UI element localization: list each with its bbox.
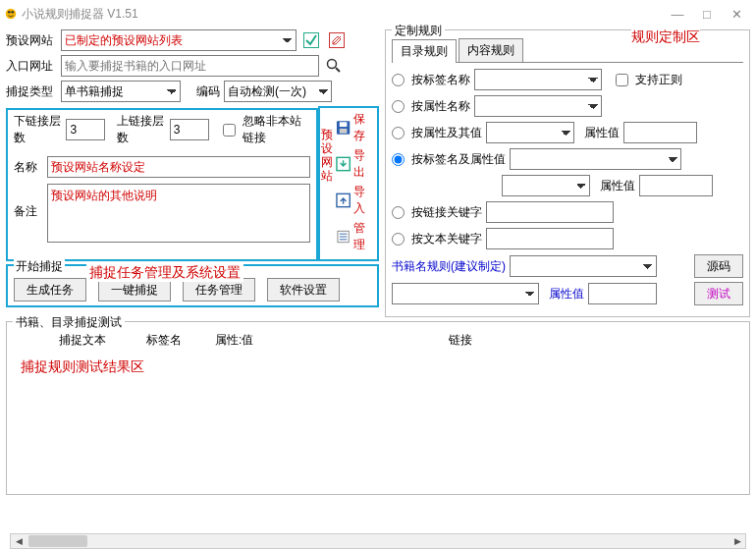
task-annotation: 捕捉任务管理及系统设置 [86,264,243,282]
tab-content[interactable]: 内容规则 [459,38,523,62]
manage-icon [336,229,351,245]
book-name-select[interactable] [510,255,657,277]
result-group-label: 书籍、目录捕捉测试 [13,314,125,331]
radio-tag-attr[interactable] [392,153,405,166]
import-icon [336,192,351,208]
down-layers-label: 下链接层数 [14,113,62,146]
result-group: 书籍、目录捕捉测试 捕捉文本 标签名 属性:值 链接 捕捉规则测试结果区 [6,321,750,495]
titlebar: 小说规则捕捉器 V1.51 — □ ✕ [0,0,756,27]
edit-icon[interactable] [326,29,348,51]
scroll-right-icon[interactable]: ▶ [729,534,745,548]
app-icon [4,7,18,21]
capture-type-label: 捕捉类型 [6,83,57,100]
rules-group-label: 定制规则 [392,23,445,39]
ignore-ext-label: 忽略非本站链接 [243,113,310,146]
tag-attr-select[interactable] [510,148,681,170]
window-title: 小说规则捕捉器 V1.51 [22,6,138,23]
col-link: 链接 [362,332,559,349]
radio-attr-name-label: 按属性名称 [411,98,470,115]
scroll-thumb[interactable] [28,535,87,547]
book-attr-select[interactable] [392,283,539,304]
svg-rect-8 [340,122,348,127]
note-label: 备注 [14,184,43,220]
settings-button[interactable]: 软件设置 [267,278,340,302]
prop-val-label3: 属性值 [549,286,584,302]
prop-val-input2[interactable] [639,175,713,196]
radio-attr-name[interactable] [392,100,405,113]
preset-site-select[interactable]: 已制定的预设网站列表 [61,29,297,51]
radio-text-key-label: 按文本关键字 [411,231,482,247]
prop-val-label2: 属性值 [600,178,635,194]
svg-line-6 [336,68,340,72]
link-key-input[interactable] [486,201,614,223]
radio-link-key-label: 按链接关键字 [411,204,482,221]
note-textarea[interactable]: 预设网站的其他说明 [47,184,310,243]
radio-attr-value[interactable] [392,127,405,139]
radio-tag-name-label: 按标签名称 [411,72,470,88]
text-key-input[interactable] [486,228,614,249]
encoding-select[interactable]: 自动检测(一次) [224,81,332,102]
name-input[interactable] [47,156,310,178]
up-layers-label: 上链接层数 [117,113,165,146]
up-layers-input[interactable] [170,119,209,140]
radio-link-key[interactable] [392,206,405,219]
save-icon [336,120,351,136]
attr-name-select[interactable] [474,95,602,117]
radio-tag-attr-label: 按标签名及属性值 [411,151,506,168]
save-action[interactable]: 保存 [336,111,376,144]
col-tag: 标签名 [146,332,215,349]
regex-label: 支持正则 [635,72,682,88]
capture-type-select[interactable]: 单书籍捕捉 [61,81,181,102]
svg-rect-3 [304,33,319,48]
rules-annotation: 规则定制区 [631,28,700,46]
result-body: 捕捉规则测试结果区 [11,353,745,490]
encoding-label: 编码 [196,83,220,100]
prop-val-input1[interactable] [623,122,697,143]
manage-action[interactable]: 管理 [336,220,376,253]
tag-name-select[interactable] [474,69,602,90]
prop-val-input3[interactable] [588,283,657,304]
entry-url-label: 入口网址 [6,58,57,75]
ignore-ext-checkbox[interactable] [223,124,236,137]
gen-task-button[interactable]: 生成任务 [14,278,86,302]
start-capture-label: 开始捕捉 [14,258,65,275]
rules-group: 定制规则 规则定制区 目录规则 内容规则 按标签名称 支持正则 按属性名称 按属… [385,29,750,317]
radio-attr-value-label: 按属性及其值 [411,125,482,141]
regex-checkbox[interactable] [616,74,628,86]
check-icon[interactable] [300,29,322,51]
tab-catalog[interactable]: 目录规则 [392,39,457,63]
close-button[interactable]: ✕ [729,7,744,22]
export-icon [336,156,351,172]
import-action[interactable]: 导入 [336,184,376,217]
svg-point-0 [6,9,17,20]
preset-sidebar: 预设网站 保存 导出 导入 管理 [318,106,379,261]
preset-site-label: 预设网站 [6,32,57,49]
search-icon[interactable] [323,55,345,77]
preset-sidebar-label: 预设网站 [321,128,333,183]
source-button[interactable]: 源码 [694,254,743,278]
down-layers-input[interactable] [66,119,105,140]
entry-url-input[interactable] [61,55,319,77]
h-scrollbar[interactable]: ◀ ▶ [10,533,746,549]
attr-sel1[interactable] [486,122,574,143]
prop-val-label1: 属性值 [584,125,620,141]
name-label: 名称 [14,159,43,176]
scroll-left-icon[interactable]: ◀ [11,534,27,548]
test-button[interactable]: 测试 [694,282,743,305]
svg-point-5 [328,60,337,69]
minimize-button[interactable]: — [670,7,685,22]
attr-sel2[interactable] [502,175,590,196]
svg-rect-9 [340,129,348,134]
maximize-button[interactable]: □ [699,7,715,22]
svg-point-2 [11,11,14,14]
radio-tag-name[interactable] [392,74,405,86]
book-name-label: 书籍名规则(建议制定) [392,258,506,275]
col-attr: 属性:值 [215,332,362,349]
svg-point-1 [8,11,11,14]
export-action[interactable]: 导出 [336,147,376,181]
result-annotation: 捕捉规则测试结果区 [21,358,144,374]
radio-text-key[interactable] [392,233,405,246]
col-text: 捕捉文本 [19,332,146,349]
